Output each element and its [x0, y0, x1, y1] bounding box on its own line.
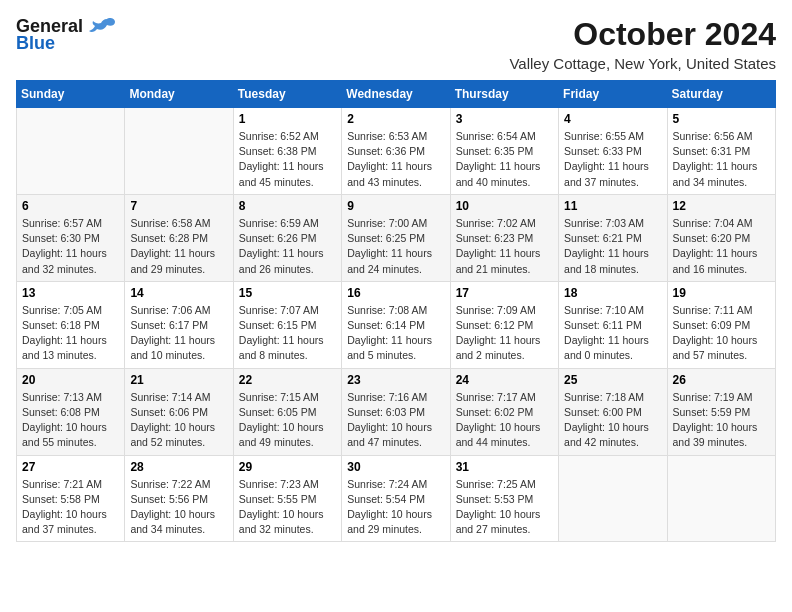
- calendar-cell: 30Sunrise: 7:24 AMSunset: 5:54 PMDayligh…: [342, 455, 450, 542]
- day-number: 8: [239, 199, 336, 213]
- location-title: Valley Cottage, New York, United States: [509, 55, 776, 72]
- day-number: 24: [456, 373, 553, 387]
- day-number: 21: [130, 373, 227, 387]
- weekday-wednesday: Wednesday: [342, 81, 450, 108]
- weekday-thursday: Thursday: [450, 81, 558, 108]
- day-info: Sunrise: 7:09 AMSunset: 6:12 PMDaylight:…: [456, 303, 553, 364]
- day-info: Sunrise: 7:22 AMSunset: 5:56 PMDaylight:…: [130, 477, 227, 538]
- day-number: 10: [456, 199, 553, 213]
- calendar-cell: 18Sunrise: 7:10 AMSunset: 6:11 PMDayligh…: [559, 281, 667, 368]
- calendar-cell: 1Sunrise: 6:52 AMSunset: 6:38 PMDaylight…: [233, 108, 341, 195]
- day-info: Sunrise: 7:02 AMSunset: 6:23 PMDaylight:…: [456, 216, 553, 277]
- day-number: 4: [564, 112, 661, 126]
- day-info: Sunrise: 7:24 AMSunset: 5:54 PMDaylight:…: [347, 477, 444, 538]
- day-info: Sunrise: 7:06 AMSunset: 6:17 PMDaylight:…: [130, 303, 227, 364]
- calendar-cell: 7Sunrise: 6:58 AMSunset: 6:28 PMDaylight…: [125, 194, 233, 281]
- day-info: Sunrise: 7:08 AMSunset: 6:14 PMDaylight:…: [347, 303, 444, 364]
- calendar-cell: 6Sunrise: 6:57 AMSunset: 6:30 PMDaylight…: [17, 194, 125, 281]
- day-info: Sunrise: 6:53 AMSunset: 6:36 PMDaylight:…: [347, 129, 444, 190]
- calendar-cell: [559, 455, 667, 542]
- calendar-cell: 25Sunrise: 7:18 AMSunset: 6:00 PMDayligh…: [559, 368, 667, 455]
- calendar-cell: 4Sunrise: 6:55 AMSunset: 6:33 PMDaylight…: [559, 108, 667, 195]
- weekday-sunday: Sunday: [17, 81, 125, 108]
- day-info: Sunrise: 7:07 AMSunset: 6:15 PMDaylight:…: [239, 303, 336, 364]
- calendar-cell: 3Sunrise: 6:54 AMSunset: 6:35 PMDaylight…: [450, 108, 558, 195]
- calendar-cell: 24Sunrise: 7:17 AMSunset: 6:02 PMDayligh…: [450, 368, 558, 455]
- calendar-table: Sunday Monday Tuesday Wednesday Thursday…: [16, 80, 776, 542]
- day-info: Sunrise: 7:03 AMSunset: 6:21 PMDaylight:…: [564, 216, 661, 277]
- calendar-cell: 13Sunrise: 7:05 AMSunset: 6:18 PMDayligh…: [17, 281, 125, 368]
- calendar-cell: 2Sunrise: 6:53 AMSunset: 6:36 PMDaylight…: [342, 108, 450, 195]
- day-number: 2: [347, 112, 444, 126]
- calendar-cell: 9Sunrise: 7:00 AMSunset: 6:25 PMDaylight…: [342, 194, 450, 281]
- calendar-cell: 16Sunrise: 7:08 AMSunset: 6:14 PMDayligh…: [342, 281, 450, 368]
- calendar-cell: 5Sunrise: 6:56 AMSunset: 6:31 PMDaylight…: [667, 108, 775, 195]
- weekday-friday: Friday: [559, 81, 667, 108]
- calendar-week-4: 20Sunrise: 7:13 AMSunset: 6:08 PMDayligh…: [17, 368, 776, 455]
- day-info: Sunrise: 6:56 AMSunset: 6:31 PMDaylight:…: [673, 129, 770, 190]
- day-number: 11: [564, 199, 661, 213]
- day-info: Sunrise: 7:15 AMSunset: 6:05 PMDaylight:…: [239, 390, 336, 451]
- day-info: Sunrise: 7:17 AMSunset: 6:02 PMDaylight:…: [456, 390, 553, 451]
- day-number: 22: [239, 373, 336, 387]
- day-number: 31: [456, 460, 553, 474]
- day-info: Sunrise: 7:21 AMSunset: 5:58 PMDaylight:…: [22, 477, 119, 538]
- day-info: Sunrise: 6:58 AMSunset: 6:28 PMDaylight:…: [130, 216, 227, 277]
- day-number: 18: [564, 286, 661, 300]
- logo: General Blue: [16, 16, 117, 54]
- calendar-week-3: 13Sunrise: 7:05 AMSunset: 6:18 PMDayligh…: [17, 281, 776, 368]
- day-number: 19: [673, 286, 770, 300]
- weekday-tuesday: Tuesday: [233, 81, 341, 108]
- day-info: Sunrise: 7:18 AMSunset: 6:00 PMDaylight:…: [564, 390, 661, 451]
- day-number: 14: [130, 286, 227, 300]
- bird-icon: [87, 17, 117, 37]
- day-info: Sunrise: 7:19 AMSunset: 5:59 PMDaylight:…: [673, 390, 770, 451]
- day-info: Sunrise: 6:59 AMSunset: 6:26 PMDaylight:…: [239, 216, 336, 277]
- calendar-cell: 20Sunrise: 7:13 AMSunset: 6:08 PMDayligh…: [17, 368, 125, 455]
- weekday-saturday: Saturday: [667, 81, 775, 108]
- day-number: 15: [239, 286, 336, 300]
- day-number: 26: [673, 373, 770, 387]
- calendar-cell: 8Sunrise: 6:59 AMSunset: 6:26 PMDaylight…: [233, 194, 341, 281]
- calendar-cell: 31Sunrise: 7:25 AMSunset: 5:53 PMDayligh…: [450, 455, 558, 542]
- month-title: October 2024: [509, 16, 776, 53]
- calendar-cell: 10Sunrise: 7:02 AMSunset: 6:23 PMDayligh…: [450, 194, 558, 281]
- calendar-cell: [125, 108, 233, 195]
- day-number: 27: [22, 460, 119, 474]
- calendar-cell: [17, 108, 125, 195]
- day-number: 9: [347, 199, 444, 213]
- day-info: Sunrise: 7:14 AMSunset: 6:06 PMDaylight:…: [130, 390, 227, 451]
- weekday-row: Sunday Monday Tuesday Wednesday Thursday…: [17, 81, 776, 108]
- calendar-cell: 15Sunrise: 7:07 AMSunset: 6:15 PMDayligh…: [233, 281, 341, 368]
- calendar-cell: 23Sunrise: 7:16 AMSunset: 6:03 PMDayligh…: [342, 368, 450, 455]
- calendar-cell: 28Sunrise: 7:22 AMSunset: 5:56 PMDayligh…: [125, 455, 233, 542]
- day-number: 28: [130, 460, 227, 474]
- day-number: 20: [22, 373, 119, 387]
- logo-blue: Blue: [16, 33, 55, 54]
- day-number: 29: [239, 460, 336, 474]
- day-info: Sunrise: 6:55 AMSunset: 6:33 PMDaylight:…: [564, 129, 661, 190]
- day-number: 17: [456, 286, 553, 300]
- day-info: Sunrise: 7:10 AMSunset: 6:11 PMDaylight:…: [564, 303, 661, 364]
- day-info: Sunrise: 7:13 AMSunset: 6:08 PMDaylight:…: [22, 390, 119, 451]
- calendar-week-1: 1Sunrise: 6:52 AMSunset: 6:38 PMDaylight…: [17, 108, 776, 195]
- calendar-cell: 22Sunrise: 7:15 AMSunset: 6:05 PMDayligh…: [233, 368, 341, 455]
- day-info: Sunrise: 7:05 AMSunset: 6:18 PMDaylight:…: [22, 303, 119, 364]
- day-info: Sunrise: 6:54 AMSunset: 6:35 PMDaylight:…: [456, 129, 553, 190]
- calendar-cell: 21Sunrise: 7:14 AMSunset: 6:06 PMDayligh…: [125, 368, 233, 455]
- weekday-monday: Monday: [125, 81, 233, 108]
- day-info: Sunrise: 7:16 AMSunset: 6:03 PMDaylight:…: [347, 390, 444, 451]
- day-number: 30: [347, 460, 444, 474]
- calendar-cell: [667, 455, 775, 542]
- day-info: Sunrise: 7:04 AMSunset: 6:20 PMDaylight:…: [673, 216, 770, 277]
- day-number: 23: [347, 373, 444, 387]
- day-number: 1: [239, 112, 336, 126]
- calendar-cell: 14Sunrise: 7:06 AMSunset: 6:17 PMDayligh…: [125, 281, 233, 368]
- day-info: Sunrise: 7:00 AMSunset: 6:25 PMDaylight:…: [347, 216, 444, 277]
- day-number: 3: [456, 112, 553, 126]
- day-number: 5: [673, 112, 770, 126]
- day-info: Sunrise: 7:25 AMSunset: 5:53 PMDaylight:…: [456, 477, 553, 538]
- calendar-cell: 12Sunrise: 7:04 AMSunset: 6:20 PMDayligh…: [667, 194, 775, 281]
- day-number: 12: [673, 199, 770, 213]
- calendar-week-5: 27Sunrise: 7:21 AMSunset: 5:58 PMDayligh…: [17, 455, 776, 542]
